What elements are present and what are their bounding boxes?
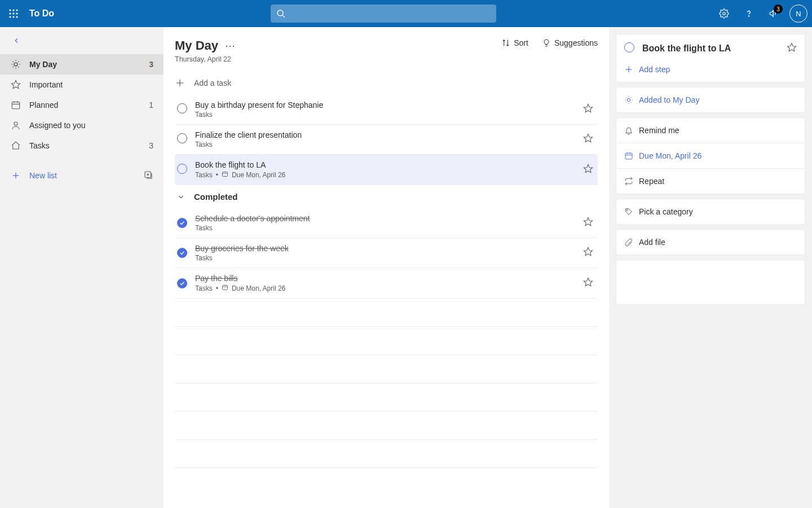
- plus-icon: [624, 65, 639, 74]
- task-checkbox[interactable]: [177, 103, 187, 116]
- sidebar-item-count: 3: [149, 60, 153, 69]
- due-date-button[interactable]: Due Mon, April 26: [616, 143, 805, 168]
- svg-marker-41: [584, 248, 593, 256]
- task-checkbox[interactable]: [177, 164, 187, 176]
- svg-marker-35: [584, 104, 593, 112]
- sidebar-item-my-day[interactable]: My Day 3: [0, 54, 164, 75]
- sidebar-item-planned[interactable]: Planned 1: [0, 95, 164, 115]
- star-icon: [10, 79, 21, 90]
- task-row[interactable]: Buy a birthday present for StephanieTask…: [175, 95, 598, 125]
- svg-point-4: [12, 12, 14, 14]
- added-to-my-day-button[interactable]: Added to My Day: [616, 87, 805, 112]
- add-file-button[interactable]: Add file: [616, 230, 805, 255]
- task-list-label: Tasks: [195, 111, 213, 119]
- task-row[interactable]: Schedule a doctor's appointmentTasks: [175, 208, 598, 238]
- task-title: Buy groceries for the week: [195, 244, 583, 253]
- sidebar-item-assigned[interactable]: Assigned to you: [0, 115, 164, 135]
- task-checkbox[interactable]: [177, 218, 187, 228]
- task-checkbox[interactable]: [177, 278, 187, 288]
- empty-row: [175, 299, 598, 327]
- sidebar-item-count: 3: [149, 141, 153, 150]
- calendar-icon: [222, 284, 228, 292]
- task-title: Finalize the client presentation: [195, 130, 583, 139]
- svg-point-9: [277, 10, 283, 16]
- note-area[interactable]: [616, 260, 805, 305]
- task-star-button[interactable]: [583, 277, 593, 290]
- task-star-button[interactable]: [583, 164, 593, 176]
- detail-title[interactable]: Book the flight to LA: [642, 43, 779, 54]
- task-star-button[interactable]: [583, 133, 593, 146]
- help-button[interactable]: [738, 0, 760, 27]
- list-options-button[interactable]: ⋯: [225, 40, 235, 52]
- detail-panel: Book the flight to LA Add step Added to …: [609, 27, 812, 508]
- bell-icon: [624, 126, 639, 135]
- task-due-label: Due Mon, April 26: [232, 284, 285, 292]
- svg-line-52: [631, 102, 632, 103]
- sort-icon: [501, 38, 510, 47]
- add-step-button[interactable]: Add step: [616, 57, 805, 82]
- account-avatar[interactable]: N: [789, 5, 807, 23]
- detail-star-button[interactable]: [787, 42, 797, 55]
- task-row[interactable]: Buy groceries for the weekTasks: [175, 238, 598, 268]
- task-list-label: Tasks: [195, 171, 213, 179]
- completed-section-header[interactable]: Completed: [175, 185, 598, 208]
- svg-line-17: [18, 67, 19, 67]
- svg-marker-36: [584, 134, 593, 142]
- empty-row: [175, 355, 598, 383]
- svg-point-2: [16, 9, 17, 11]
- announcements-button[interactable]: 3: [762, 0, 785, 27]
- task-star-button[interactable]: [583, 103, 593, 116]
- sidebar: My Day 3 Important Planned 1 Assigned to…: [0, 27, 164, 508]
- svg-rect-57: [625, 153, 632, 159]
- task-checkbox[interactable]: [177, 133, 187, 146]
- task-list-label: Tasks: [195, 224, 213, 232]
- task-row[interactable]: Book the flight to LATasks • Due Mon, Ap…: [175, 155, 598, 185]
- waffle-icon: [9, 9, 18, 18]
- empty-row: [175, 440, 598, 468]
- new-group-icon: [143, 170, 153, 180]
- new-list-button[interactable]: New list: [29, 171, 57, 180]
- lightbulb-icon: [542, 38, 551, 47]
- new-group-button[interactable]: [143, 170, 153, 182]
- task-row[interactable]: Pay the billsTasks • Due Mon, April 26: [175, 268, 598, 299]
- repeat-icon: [624, 177, 639, 186]
- task-checkbox[interactable]: [177, 248, 187, 258]
- sidebar-item-tasks[interactable]: Tasks 3: [0, 135, 164, 156]
- sidebar-item-label: Assigned to you: [29, 121, 86, 130]
- sidebar-item-count: 1: [149, 100, 153, 110]
- paperclip-icon: [624, 238, 639, 247]
- collapse-sidebar-button[interactable]: [0, 27, 164, 54]
- settings-button[interactable]: [713, 0, 735, 27]
- pick-category-button[interactable]: Pick a category: [616, 199, 805, 224]
- empty-row: [175, 411, 598, 440]
- sidebar-item-important[interactable]: Important: [0, 75, 164, 95]
- task-star-button[interactable]: [583, 217, 593, 229]
- svg-point-7: [12, 16, 14, 17]
- add-task-input[interactable]: Add a task: [175, 71, 598, 95]
- task-title: Pay the bills: [195, 274, 583, 283]
- svg-point-12: [748, 16, 749, 16]
- star-icon: [787, 42, 797, 52]
- app-launcher-button[interactable]: [0, 0, 27, 27]
- sidebar-item-label: My Day: [29, 60, 57, 69]
- calendar-icon: [222, 170, 228, 179]
- suggestions-button[interactable]: Suggestions: [542, 38, 598, 47]
- person-icon: [10, 120, 21, 131]
- task-row[interactable]: Finalize the client presentationTasks: [175, 125, 598, 155]
- task-due-label: Due Mon, April 26: [232, 171, 285, 179]
- detail-complete-checkbox[interactable]: [624, 42, 634, 55]
- task-star-button[interactable]: [583, 247, 593, 259]
- sort-button[interactable]: Sort: [501, 38, 528, 47]
- page-subtitle: Thursday, April 22: [175, 55, 235, 63]
- repeat-button[interactable]: Repeat: [616, 168, 805, 194]
- svg-line-20: [13, 67, 14, 67]
- sidebar-item-label: Tasks: [29, 141, 50, 150]
- task-title: Buy a birthday present for Stephanie: [195, 100, 583, 110]
- remind-me-button[interactable]: Remind me: [616, 118, 805, 143]
- search-input[interactable]: [271, 5, 496, 23]
- svg-marker-39: [584, 164, 593, 172]
- svg-point-8: [16, 16, 17, 17]
- svg-line-55: [626, 102, 626, 103]
- header-right: 3 N: [713, 0, 812, 27]
- svg-rect-37: [222, 172, 227, 177]
